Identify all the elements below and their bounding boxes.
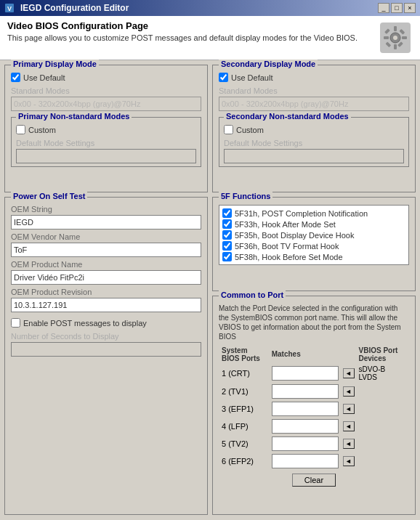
- oem-product-name-input[interactable]: [11, 270, 201, 285]
- window-title: IEGD Configuration Editor: [20, 3, 129, 13]
- svg-rect-9: [397, 41, 403, 47]
- port-match-input-2[interactable]: [272, 402, 339, 416]
- col-header-system-bios: System BIOS Ports: [220, 346, 269, 363]
- title-bar: V IEGD Configuration Editor _ □ ×: [0, 0, 420, 16]
- port-row: 2 (TV1)◄: [220, 383, 408, 399]
- secondary-nonstandard-title: Secondary Non-standard Modes: [224, 112, 351, 121]
- vbios-ports-0: sDVO-B LVDS: [358, 365, 408, 382]
- secondary-custom-label: Custom: [236, 126, 264, 134]
- common-port-description: Match the Port Device selected in the co…: [219, 304, 409, 341]
- sf-checkbox-list: 5F31h, POST Completion Notification5F33h…: [219, 205, 409, 265]
- common-to-port-title: Common to Port: [219, 291, 286, 299]
- primary-display-title: Primary Display Mode: [11, 60, 99, 68]
- secondary-nonstandard-group: Secondary Non-standard Modes Custom Defa…: [219, 117, 409, 167]
- primary-use-default-checkbox[interactable]: [11, 73, 20, 82]
- port-arrow-button-2[interactable]: ◄: [343, 404, 355, 414]
- secondary-custom-checkbox[interactable]: [224, 125, 233, 134]
- sf-item: 5F36h, Boot TV Format Hook: [222, 241, 405, 251]
- oem-vendor-input[interactable]: [11, 243, 201, 257]
- secondary-display-title: Secondary Display Mode: [219, 60, 318, 68]
- port-name-0: 1 (CRT): [220, 365, 269, 382]
- col-header-vbios: VBIOS Port Devices: [358, 346, 408, 363]
- oem-product-revision-input[interactable]: [11, 298, 201, 312]
- secondary-default-mode-input[interactable]: [224, 149, 404, 163]
- primary-use-default-row: Use Default: [11, 73, 201, 82]
- sf-checkbox-0[interactable]: [222, 208, 232, 218]
- common-to-port-group: Common to Port Match the Port Device sel…: [212, 296, 416, 515]
- post-group-title: Power On Self Test: [11, 192, 87, 200]
- enable-post-row: Enable POST messages to display: [11, 318, 201, 328]
- vbios-ports-2: [358, 401, 408, 417]
- port-arrow-button-5[interactable]: ◄: [343, 456, 355, 466]
- port-match-input-1[interactable]: [272, 384, 339, 399]
- primary-custom-checkbox[interactable]: [16, 125, 25, 134]
- sf-label-1: 5F33h, Hook After Mode Set: [235, 220, 336, 229]
- sf-label-2: 5F35h, Boot Display Device Hook: [235, 231, 354, 240]
- enable-post-checkbox[interactable]: [11, 318, 20, 328]
- port-arrow-button-3[interactable]: ◄: [343, 421, 355, 431]
- vbios-ports-5: [358, 453, 408, 469]
- secondary-standard-modes-select[interactable]: 0x00 - 320x200x4bpp (gray)@70Hz: [219, 97, 409, 111]
- primary-nonstandard-group: Primary Non-standard Modes Custom Defaul…: [11, 117, 201, 167]
- port-arrow-button-1[interactable]: ◄: [343, 386, 355, 397]
- port-name-5: 6 (EFP2): [220, 453, 269, 469]
- secondary-use-default-label: Use Default: [231, 73, 272, 82]
- port-name-1: 2 (TV1): [220, 383, 269, 399]
- svg-point-3: [393, 36, 397, 40]
- port-match-input-4[interactable]: [272, 436, 339, 451]
- num-seconds-label: Number of Seconds to Display: [11, 332, 201, 341]
- vbios-ports-1: [358, 383, 408, 399]
- svg-rect-6: [384, 36, 389, 39]
- primary-default-mode-input[interactable]: [16, 149, 196, 163]
- port-name-3: 4 (LFP): [220, 418, 269, 434]
- sf-item: 5F35h, Boot Display Device Hook: [222, 230, 405, 240]
- svg-rect-10: [385, 41, 391, 47]
- oem-string-label: OEM String: [11, 205, 201, 214]
- port-arrow-button-0[interactable]: ◄: [343, 368, 355, 378]
- port-row: 1 (CRT)◄sDVO-B LVDS: [220, 365, 408, 382]
- primary-nonstandard-title: Primary Non-standard Modes: [16, 112, 132, 121]
- vbios-ports-4: [358, 436, 408, 452]
- power-on-self-test-group: Power On Self Test OEM String OEM Vendor…: [4, 197, 208, 515]
- primary-standard-modes-select[interactable]: 0x00 - 320x200x4bpp (gray)@70Hz: [11, 97, 201, 111]
- sf-label-4: 5F38h, Hook Before Set Mode: [235, 253, 343, 261]
- sf-checkbox-3[interactable]: [222, 241, 232, 251]
- port-row: 3 (EFP1)◄: [220, 401, 408, 417]
- sf-checkbox-1[interactable]: [222, 219, 232, 229]
- minimize-button[interactable]: _: [378, 3, 389, 13]
- secondary-use-default-row: Use Default: [219, 73, 409, 82]
- title-bar-controls: _ □ ×: [378, 3, 416, 13]
- sf-checkbox-2[interactable]: [222, 230, 232, 240]
- secondary-standard-modes-label: Standard Modes: [219, 86, 409, 95]
- clear-button[interactable]: Clear: [292, 474, 336, 487]
- port-match-input-3[interactable]: [272, 419, 339, 434]
- sf-checkbox-4[interactable]: [222, 252, 232, 261]
- sf-label-0: 5F31h, POST Completion Notification: [235, 209, 368, 218]
- port-table: System BIOS Ports Matches VBIOS Port Dev…: [219, 344, 409, 471]
- port-arrow-button-4[interactable]: ◄: [343, 439, 355, 449]
- primary-use-default-label: Use Default: [23, 73, 65, 82]
- primary-display-group: Primary Display Mode Use Default Standar…: [4, 65, 208, 192]
- svg-rect-11: [399, 29, 405, 35]
- oem-vendor-label: OEM Vendor Name: [11, 232, 201, 241]
- col-header-matches: Matches: [270, 346, 340, 363]
- gear-icon: [380, 23, 411, 53]
- port-match-input-5[interactable]: [272, 454, 339, 468]
- port-row: 4 (LFP)◄: [220, 418, 408, 434]
- app-icon: V: [4, 2, 16, 14]
- sf-item: 5F33h, Hook After Mode Set: [222, 219, 405, 229]
- sf-item: 5F31h, POST Completion Notification: [222, 208, 405, 218]
- secondary-default-mode-label: Default Mode Settings: [224, 139, 404, 147]
- oem-string-input[interactable]: [11, 215, 201, 229]
- close-button[interactable]: ×: [404, 3, 416, 13]
- header-text: Video BIOS Configuration Page This page …: [7, 20, 378, 42]
- sf-label-3: 5F36h, Boot TV Format Hook: [235, 242, 339, 251]
- enable-post-label: Enable POST messages to display: [23, 319, 147, 328]
- sf-functions-group: 5F Functions 5F31h, POST Completion Noti…: [212, 197, 416, 291]
- num-seconds-input[interactable]: [11, 342, 201, 357]
- port-row: 5 (TV2)◄: [220, 436, 408, 452]
- maximize-button[interactable]: □: [391, 3, 403, 13]
- secondary-use-default-checkbox[interactable]: [219, 73, 228, 82]
- sf-functions-title: 5F Functions: [219, 192, 272, 200]
- port-match-input-0[interactable]: [272, 366, 339, 381]
